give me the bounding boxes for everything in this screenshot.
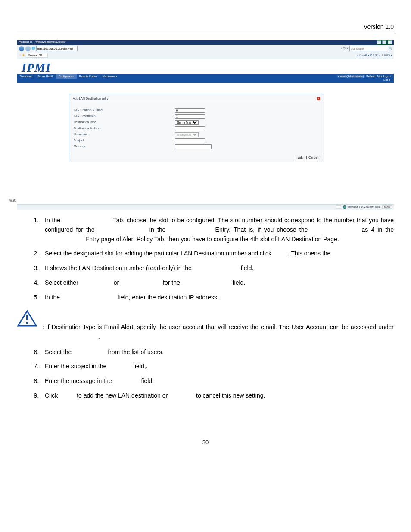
panel-title-text: Add LAN Destination entry: [73, 97, 109, 100]
step-8: Enter the message in the field.: [40, 376, 394, 386]
input-message[interactable]: [175, 144, 212, 149]
note-text: : If Destination type is Email Alert, sp…: [42, 323, 394, 341]
label-subject: Subject: [74, 139, 175, 142]
ie-tools-row[interactable]: ▾ ▢ ▾ 🖶 ▾ 網頁(P) ▾ 工具(O) ▾: [357, 54, 392, 57]
label-destination-type: Destination Type: [74, 121, 175, 124]
page-number: 30: [17, 439, 394, 445]
warning-icon: [17, 310, 37, 327]
ipmi-header: IPMI: [17, 59, 394, 74]
help-link[interactable]: HELP: [383, 79, 390, 81]
screenshot: Megarac SP - Windows Internet Explorer _…: [17, 40, 394, 210]
label-lan-channel-number: LAN Channel Number: [74, 109, 175, 112]
doc-version: Version 1.0: [17, 23, 394, 30]
status-done-label: 完成: [9, 199, 16, 202]
window-controls: _ □ ✕: [377, 40, 392, 44]
menu-maintenance[interactable]: Maintenance: [100, 74, 120, 79]
instructions-a: In the Tab, choose the slot to be config…: [17, 216, 394, 302]
menu-configuration[interactable]: Configuration: [56, 74, 77, 79]
label-username: Username: [74, 133, 175, 136]
logout-link[interactable]: Logout: [383, 75, 391, 78]
browser-tab[interactable]: Megarac SP: [26, 53, 48, 58]
status-zoom: 100%: [382, 205, 392, 209]
internet-zone-icon: [343, 205, 346, 209]
svg-rect-2: [26, 322, 28, 324]
ie-window-title: Megarac SP - Windows Internet Explorer: [19, 40, 66, 44]
url-scheme-icon: 🌐: [32, 47, 35, 50]
search-box: ▾ ↻ ✕ 🔍: [341, 46, 392, 51]
forward-icon[interactable]: [25, 46, 31, 51]
ipmi-nav-bar: Dashboard Server Health Configuration Re…: [17, 74, 394, 79]
ie-tab-strip: ☆ ✚ Megarac SP ▾ ▢ ▾ 🖶 ▾ 網頁(P) ▾ 工具(O) ▾: [17, 52, 394, 59]
select-username[interactable]: anonymous: [175, 132, 199, 137]
favorites-star-icon[interactable]: ☆: [19, 54, 21, 57]
input-lan-channel-number[interactable]: [175, 108, 205, 113]
panel-actions: Add Cancel: [69, 153, 324, 162]
step-1: In the Tab, choose the slot to be config…: [40, 216, 394, 244]
label-destination-address: Destination Address: [74, 127, 175, 130]
back-icon[interactable]: [19, 46, 24, 51]
favorites-add-icon[interactable]: ✚: [22, 54, 25, 57]
menu-server-health[interactable]: Server Health: [35, 74, 56, 79]
ipmi-meta-links: • admin(Administrator) Refresh Print Log…: [334, 74, 394, 79]
search-icon[interactable]: 🔍: [389, 47, 392, 50]
panel-title: Add LAN Destination entry ×: [69, 94, 324, 103]
step-9: Click to add the new LAN destination or …: [40, 391, 394, 401]
input-destination-address[interactable]: [175, 126, 205, 131]
status-mode: 網際網路 | 受保護模式: 關閉: [348, 206, 380, 209]
print-link[interactable]: Print: [377, 75, 382, 78]
dropdown-icon[interactable]: ▾: [341, 47, 342, 50]
step-2: Select the designated slot for adding th…: [40, 249, 394, 258]
stop-icon[interactable]: ✕: [346, 47, 349, 50]
svg-rect-1: [26, 315, 28, 320]
user-pill: • admin(Administrator): [337, 75, 365, 78]
add-lan-destination-panel: Add LAN Destination entry × LAN Channel …: [69, 94, 324, 162]
search-input[interactable]: [349, 46, 388, 51]
select-destination-type[interactable]: Snmp Trap: [175, 120, 199, 125]
ipmi-body: 完成 Add LAN Destination entry × LAN Chann…: [17, 83, 394, 204]
refresh-link[interactable]: Refresh: [366, 75, 375, 78]
step-7: Enter the subject in the field,.: [40, 362, 394, 371]
label-lan-destination: LAN Destination: [74, 115, 175, 118]
close-icon[interactable]: ✕: [388, 40, 392, 44]
maximize-icon[interactable]: □: [382, 40, 386, 44]
input-lan-destination[interactable]: [175, 114, 205, 119]
panel-form: LAN Channel Number LAN Destination Desti…: [69, 103, 324, 153]
step-4: Select either or for the field.: [40, 278, 394, 288]
ie-status-bar: 網際網路 | 受保護模式: 關閉 100%: [17, 204, 394, 210]
menu-dashboard[interactable]: Dashboard: [17, 74, 35, 79]
ipmi-menu: Dashboard Server Health Configuration Re…: [17, 74, 120, 79]
label-message: Message: [74, 145, 175, 148]
step-6: Select the from the list of users.: [40, 348, 394, 357]
step-5: In the field, enter the destination IP a…: [40, 293, 394, 302]
ie-titlebar: Megarac SP - Windows Internet Explorer _…: [17, 40, 394, 45]
minimize-icon[interactable]: _: [377, 40, 381, 44]
url-field[interactable]: [36, 46, 78, 51]
header-rule: [17, 32, 394, 32]
add-button[interactable]: Add: [296, 156, 305, 159]
refresh-icon[interactable]: ↻: [343, 47, 346, 50]
ipmi-logo: IPMI: [22, 62, 389, 74]
ie-address-bar: 🌐 ▾ ↻ ✕ 🔍: [17, 45, 394, 52]
input-subject[interactable]: [175, 138, 205, 143]
panel-close-icon[interactable]: ×: [317, 97, 320, 100]
instructions-b: Select the from the list of users. Enter…: [17, 348, 394, 401]
note-block: : If Destination type is Email Alert, sp…: [17, 310, 394, 341]
cancel-button[interactable]: Cancel: [306, 156, 320, 159]
menu-remote-control[interactable]: Remote Control: [77, 74, 100, 79]
status-placeholder: [336, 205, 341, 209]
step-3: It shows the LAN Destination number (rea…: [40, 264, 394, 273]
